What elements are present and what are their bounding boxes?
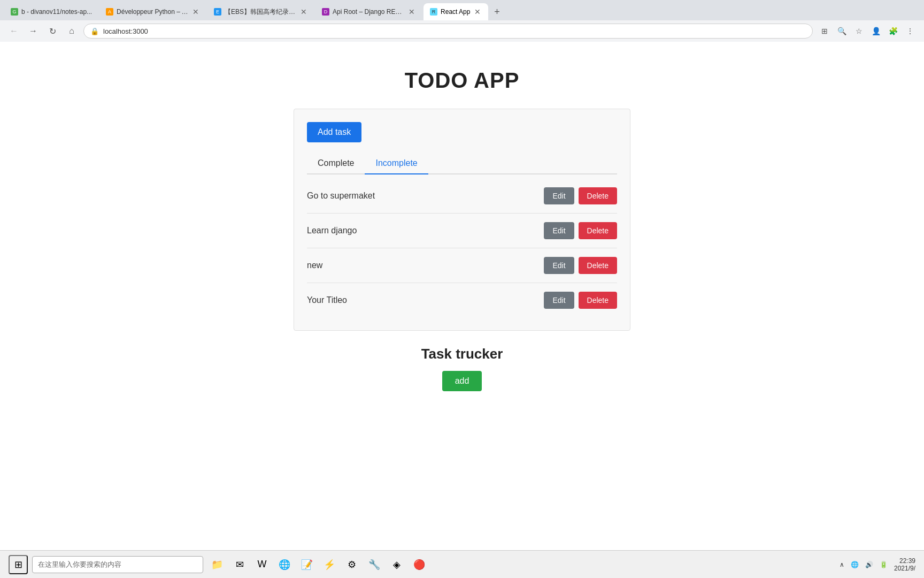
- browser-tab-5[interactable]: R React App ✕: [424, 3, 488, 20]
- page-content: TODO APP Add task Complete Incomplete Go…: [0, 42, 924, 550]
- address-text: localhost:3000: [103, 27, 148, 35]
- browser-tab-3[interactable]: E 【EBS】韩国高考纪录片：学习… ✕: [207, 3, 314, 20]
- footer-title: Task trucker: [421, 346, 503, 362]
- tab-bar: G b - divanov11/notes-ap... A Développeu…: [0, 0, 924, 20]
- taskbar-icon-settings[interactable]: ⚙: [342, 555, 361, 574]
- nav-icons: ⊞ 🔍 ☆ 👤 🧩 ⋮: [817, 24, 918, 39]
- task-actions-2: Edit Delete: [544, 222, 617, 239]
- edit-button-2[interactable]: Edit: [544, 222, 574, 239]
- task-title-3: new: [307, 261, 322, 270]
- tab-label-5: React App: [441, 8, 470, 16]
- edit-button-3[interactable]: Edit: [544, 257, 574, 274]
- taskbar-search[interactable]: 在这里输入你要搜索的内容: [32, 556, 203, 573]
- edit-button-1[interactable]: Edit: [544, 187, 574, 204]
- tab-close-2[interactable]: ✕: [191, 7, 200, 17]
- reload-button[interactable]: ↻: [45, 24, 60, 39]
- taskbar-icon-word[interactable]: W: [252, 555, 272, 574]
- task-tabs: Complete Incomplete: [307, 153, 617, 174]
- footer-section: Task trucker add: [421, 346, 503, 391]
- delete-button-2[interactable]: Delete: [579, 222, 617, 239]
- time-display: 22:39: [894, 557, 915, 565]
- app-card: Add task Complete Incomplete Go to super…: [294, 109, 630, 331]
- task-actions-1: Edit Delete: [544, 187, 617, 204]
- delete-button-3[interactable]: Delete: [579, 257, 617, 274]
- tab-label-4: Api Root – Django REST fram...: [333, 8, 404, 16]
- home-button[interactable]: ⌂: [64, 24, 79, 39]
- tab-favicon-4: D: [322, 8, 329, 16]
- taskbar-icon-chrome[interactable]: 🌐: [275, 555, 294, 574]
- page-title: TODO APP: [405, 69, 520, 93]
- taskbar-icon-dev[interactable]: 🔧: [365, 555, 384, 574]
- search-placeholder: 在这里输入你要搜索的内容: [38, 560, 121, 569]
- volume-icon[interactable]: 🔊: [865, 561, 873, 568]
- taskbar-icon-mail[interactable]: ✉: [230, 555, 249, 574]
- task-actions-4: Edit Delete: [544, 292, 617, 309]
- tab-complete[interactable]: Complete: [307, 153, 365, 174]
- delete-button-4[interactable]: Delete: [579, 292, 617, 309]
- more-options-icon[interactable]: ⋮: [903, 24, 918, 39]
- start-button[interactable]: ⊞: [9, 555, 28, 574]
- tray-time[interactable]: 22:39 2021/9/: [894, 557, 915, 572]
- edit-button-4[interactable]: Edit: [544, 292, 574, 309]
- tab-favicon-2: A: [106, 8, 113, 16]
- tab-close-5[interactable]: ✕: [473, 7, 482, 17]
- browser-tab-1[interactable]: G b - divanov11/notes-ap...: [4, 3, 98, 20]
- tab-label-1: b - divanov11/notes-ap...: [21, 8, 92, 16]
- back-button[interactable]: ←: [6, 24, 21, 39]
- extension-icon[interactable]: 🧩: [886, 24, 900, 39]
- taskbar-app-icons: 📁 ✉ W 🌐 📝 ⚡ ⚙ 🔧 ◈ 🔴: [207, 555, 429, 574]
- zoom-icon[interactable]: 🔍: [834, 24, 849, 39]
- task-row: new Edit Delete: [307, 248, 617, 283]
- taskbar-icon-code[interactable]: ⚡: [320, 555, 339, 574]
- task-title-4: Your Titleo: [307, 295, 347, 305]
- tab-label-3: 【EBS】韩国高考纪录片：学习…: [225, 7, 296, 17]
- task-actions-3: Edit Delete: [544, 257, 617, 274]
- date-display: 2021/9/: [894, 565, 915, 572]
- task-title-1: Go to supermaket: [307, 191, 375, 201]
- address-bar[interactable]: 🔒 localhost:3000: [83, 24, 813, 39]
- new-tab-button[interactable]: +: [489, 4, 504, 19]
- tab-favicon-3: E: [214, 8, 221, 16]
- browser-tab-4[interactable]: D Api Root – Django REST fram... ✕: [315, 3, 422, 20]
- tab-close-4[interactable]: ✕: [407, 7, 416, 17]
- browser-chrome: G b - divanov11/notes-ap... A Développeu…: [0, 0, 924, 42]
- taskbar: ⊞ 在这里输入你要搜索的内容 📁 ✉ W 🌐 📝 ⚡ ⚙ 🔧 ◈ 🔴 ∧ 🌐 🔊…: [0, 550, 924, 578]
- tab-close-3[interactable]: ✕: [299, 7, 308, 17]
- task-row: Go to supermaket Edit Delete: [307, 179, 617, 214]
- system-tray: ∧ 🌐 🔊 🔋 22:39 2021/9/: [840, 557, 915, 572]
- taskbar-icon-notes[interactable]: 📝: [297, 555, 317, 574]
- add-task-button[interactable]: Add task: [307, 122, 361, 142]
- tab-favicon-5: R: [430, 8, 437, 16]
- task-row: Learn django Edit Delete: [307, 214, 617, 248]
- tab-favicon-1: G: [11, 8, 18, 16]
- browser-tab-2[interactable]: A Développeur Python – ALLEGI... ✕: [99, 3, 206, 20]
- footer-add-button[interactable]: add: [442, 371, 482, 391]
- battery-icon[interactable]: 🔋: [880, 561, 888, 568]
- nav-bar: ← → ↻ ⌂ 🔒 localhost:3000 ⊞ 🔍 ☆ 👤 🧩 ⋮: [0, 20, 924, 42]
- translate-icon[interactable]: ⊞: [817, 24, 832, 39]
- task-row: Your Titleo Edit Delete: [307, 283, 617, 317]
- network-icon[interactable]: 🌐: [851, 561, 859, 568]
- tab-incomplete[interactable]: Incomplete: [365, 153, 428, 174]
- task-title-2: Learn django: [307, 226, 357, 235]
- tray-arrow-icon[interactable]: ∧: [840, 561, 844, 568]
- delete-button-1[interactable]: Delete: [579, 187, 617, 204]
- taskbar-icon-files[interactable]: 📁: [207, 555, 227, 574]
- taskbar-icon-app[interactable]: 🔴: [410, 555, 429, 574]
- taskbar-icon-3d[interactable]: ◈: [387, 555, 406, 574]
- tab-label-2: Développeur Python – ALLEGI...: [117, 8, 188, 16]
- secure-icon: 🔒: [90, 27, 99, 35]
- profile-icon[interactable]: 👤: [868, 24, 883, 39]
- bookmark-star-icon[interactable]: ☆: [851, 24, 866, 39]
- forward-button[interactable]: →: [26, 24, 41, 39]
- task-list: Go to supermaket Edit Delete Learn djang…: [307, 179, 617, 317]
